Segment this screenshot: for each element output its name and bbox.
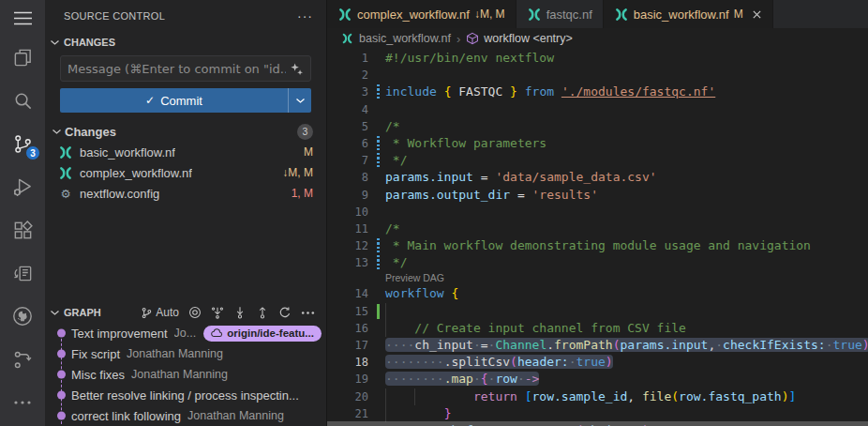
code-line[interactable]: 19········.map·{·row·-> [327,371,868,388]
code-line[interactable]: 7 */ [327,152,868,169]
menu-icon[interactable] [0,0,45,36]
code-line[interactable]: 17····ch_input·=·Channel.fromPath(params… [327,337,868,354]
code-token: } [444,406,452,420]
code-line[interactable]: 21 } [327,405,868,422]
sparkle-icon[interactable] [290,62,304,76]
cloud-icon [211,328,223,338]
commit-row[interactable]: Fix scriptJonathan Manning [45,343,326,364]
close-tab-icon[interactable] [752,9,762,20]
breadcrumb-symbol[interactable]: workflow <entry> [484,32,572,45]
branch-ref-badge[interactable]: origin/ide-featu... [203,326,322,342]
graph-section-header[interactable]: GRAPH Auto [45,302,326,323]
code-editor[interactable]: 1#!/usr/bin/env nextflow23include { FAST… [327,49,868,426]
preview-icon[interactable] [0,251,45,295]
push-icon[interactable] [256,306,269,319]
code-token: ········ [385,355,444,369]
line-number: 4 [327,101,368,118]
tab-complex_workflow.nf[interactable]: complex_workflow.nf↓M, M [327,0,516,28]
code-line[interactable]: 15 [327,303,868,320]
graph-section-label: GRAPH [64,307,101,318]
commit-row[interactable]: Misc fixesJonathan Manning [45,364,326,385]
code-line[interactable]: 2 [327,67,868,84]
code-line[interactable]: 11/* [327,221,868,237]
commit-row[interactable]: correct link followingJonathan Manning [45,405,326,426]
nextflow-file-icon [527,8,542,22]
changes-section-header[interactable]: CHANGES [45,32,326,53]
code-token: fromPath [554,338,613,352]
run-debug-icon[interactable] [0,165,45,208]
github-icon[interactable] [0,295,45,338]
source-control-graph-icon[interactable] [0,338,45,381]
code-token: · [473,372,481,386]
breadcrumb-file[interactable]: basic_workflow.nf [359,32,451,45]
code-token: = [481,338,488,352]
search-icon[interactable] [0,79,45,122]
tab-basic_workflow.nf[interactable]: basic_workflow.nfM [604,0,773,28]
extensions-icon[interactable] [0,208,45,251]
pull-icon[interactable] [233,306,247,319]
commit-input-placeholder: Message (⌘Enter to commit on "id... [67,62,286,76]
code-line[interactable]: 16 // Create input channel from CSV file [327,320,868,337]
commit-button[interactable]: ✓ Commit [60,88,288,113]
chevron-down-icon[interactable] [288,88,311,113]
code-content: params.output_dir = 'results' [385,187,868,204]
refresh-icon[interactable] [278,306,292,319]
tab-fastqc.nf[interactable]: fastqc.nf [516,0,604,28]
code-line[interactable]: 18········.splitCsv(header:·true) [327,354,868,371]
auto-layout-toggle[interactable]: Auto [141,306,179,319]
changed-file-row[interactable]: ⚙nextflow.config1, M [45,183,326,204]
code-line[interactable]: 6 * Workflow parameters [327,135,868,152]
changed-file-row[interactable]: complex_workflow.nf↓M, M [45,162,326,183]
code-line[interactable]: 5/* [327,118,868,135]
line-number: 10 [327,204,368,221]
code-content [385,67,868,84]
code-line[interactable]: 13 */ [327,254,868,271]
code-line[interactable]: 9params.output_dir = 'results' [327,187,868,204]
codelens-preview-dag[interactable]: Preview DAG [327,271,868,285]
breadcrumb: basic_workflow.nf › workflow <entry> [327,28,868,49]
code-token: workflow [385,286,444,300]
code-content: */ [385,152,868,169]
code-line[interactable]: 3include { FASTQC } from './modules/fast… [327,84,868,100]
commit-row[interactable]: Better resolve linking / process inspect… [45,385,326,405]
code-token: .map [444,372,473,386]
changed-file-row[interactable]: basic_workflow.nfM [45,142,326,162]
more-actions-icon[interactable]: ··· [297,11,313,21]
code-token: ] [789,389,797,403]
code-token [517,389,525,403]
more-activity-icon[interactable] [0,381,45,424]
source-control-icon[interactable]: 3 [0,122,45,165]
branch-ref-label: origin/ide-featu... [227,327,314,339]
commit-dot [57,350,66,358]
git-status-label: 1, M [292,187,313,200]
commit-row[interactable]: Text improvementJo...origin/ide-featu... [45,323,326,343]
commit-message-input[interactable]: Message (⌘Enter to commit on "id... [60,55,311,82]
code-line[interactable]: 4 [327,101,868,118]
code-line[interactable]: 1#!/usr/bin/env nextflow [327,50,868,67]
code-line[interactable]: 14workflow { [327,285,868,302]
check-icon: ✓ [145,94,155,107]
gutter-marker-modified [377,255,380,270]
code-token: · [569,355,576,369]
code-token: ···· [385,338,414,352]
code-token: // Create input channel from CSV file [414,321,686,335]
code-content: return [row.sample_id, file(row.fastq_pa… [385,388,868,405]
gutter-marker-modified [377,238,380,253]
fetch-icon[interactable] [211,306,224,319]
changes-section-label: CHANGES [64,37,115,48]
code-line[interactable]: 10 [327,204,868,221]
gutter [368,405,385,422]
target-icon[interactable] [188,306,202,319]
explorer-icon[interactable] [0,36,45,79]
horizontal-scrollbar[interactable] [327,421,868,426]
code-line[interactable]: 20 return [row.sample_id, file(row.fastq… [327,388,868,405]
code-token: ( [510,355,517,369]
code-line[interactable]: 8params.input = 'data/sample_data.csv' [327,169,868,186]
code-token: ) [862,338,868,352]
source-control-badge: 3 [25,145,40,160]
line-number: 15 [327,303,368,320]
changes-tree-header[interactable]: Changes 3 [45,121,326,142]
more-icon[interactable] [301,311,315,315]
code-content: /* [385,118,868,135]
code-line[interactable]: 12 * Main workflow demonstrating module … [327,237,868,254]
